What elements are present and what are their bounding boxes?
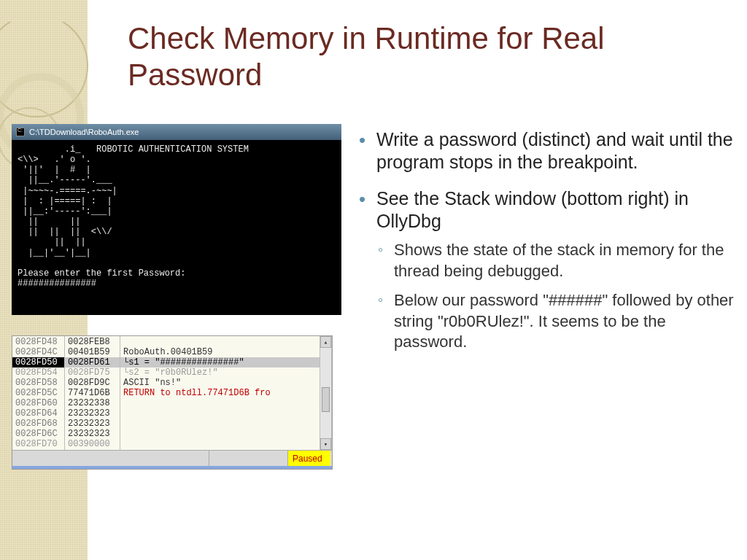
bullet-text: See the Stack window (bottom right) in O… <box>376 188 689 231</box>
bullet-text: Shows the state of the stack in memory f… <box>394 241 724 280</box>
stack-value: 23232323 <box>65 419 120 429</box>
scrollbar[interactable]: ▴ ▾ <box>320 336 331 450</box>
console-art: .i_ ROBOTIC AUTHENTICATION SYSTEM <\\> .… <box>18 144 249 289</box>
slide: Check Memory in Runtime for Real Passwor… <box>0 0 747 560</box>
stack-description <box>120 439 331 449</box>
stack-address: 0028FD50 <box>12 357 64 368</box>
stack-description <box>120 408 331 419</box>
stack-value: 23232338 <box>65 398 120 408</box>
cmd-icon <box>16 128 25 136</box>
stack-address: 0028FD4C <box>12 347 64 357</box>
bullet-text: Below our password "######" followed by … <box>394 291 734 351</box>
bullet-item: Write a password (distinct) and wait unt… <box>356 128 735 174</box>
stack-address: 0028FD70 <box>12 439 64 449</box>
stack-value: 23232323 <box>65 429 120 439</box>
stack-address: 0028FD5C <box>12 388 64 398</box>
stack-description: ASCII "ns!" <box>120 378 331 388</box>
stack-value: 0028FD75 <box>65 368 120 378</box>
stack-value: 77471D6B <box>65 388 120 398</box>
stack-value: 0028FD9C <box>65 378 120 388</box>
stack-col-value: 0028FEB800401B590028FD610028FD750028FD9C… <box>65 336 120 450</box>
stack-address: 0028FD68 <box>12 419 64 429</box>
console-window: C:\TDDownload\RoboAuth.exe .i_ ROBOTIC A… <box>12 124 341 315</box>
status-paused: Paused <box>288 451 330 466</box>
stack-description: └s2 = "r0b0RUlez!" <box>120 368 331 378</box>
console-body: .i_ ROBOTIC AUTHENTICATION SYSTEM <\\> .… <box>12 140 341 315</box>
stack-value: 0028FD61 <box>65 357 120 368</box>
stack-address: 0028FD64 <box>12 408 64 419</box>
stack-address: 0028FD60 <box>12 398 64 408</box>
status-cell <box>12 451 209 466</box>
slide-title: Check Memory in Runtime for Real Passwor… <box>128 20 726 93</box>
stack-description <box>120 419 331 429</box>
ollydbg-stack-window: 0028FD480028FD4C0028FD500028FD540028FD58… <box>12 335 333 470</box>
stack-description <box>120 398 331 408</box>
scroll-up-icon[interactable]: ▴ <box>320 336 331 348</box>
console-path: C:\TDDownload\RoboAuth.exe <box>29 128 139 136</box>
stack-address: 0028FD6C <box>12 429 64 439</box>
stack-address: 0028FD54 <box>12 368 64 378</box>
stack-description: RETURN to ntdll.77471D6B fro <box>120 388 331 398</box>
stack-body: 0028FD480028FD4C0028FD500028FD540028FD58… <box>12 336 332 450</box>
status-bar: Paused <box>12 450 332 466</box>
stack-value: 0028FEB8 <box>65 337 120 347</box>
status-cell <box>209 451 288 466</box>
stack-description <box>120 429 331 439</box>
stack-value: 00390000 <box>65 439 120 449</box>
bullet-item: See the Stack window (bottom right) in O… <box>356 187 735 353</box>
stack-address: 0028FD58 <box>12 378 64 388</box>
console-titlebar: C:\TDDownload\RoboAuth.exe <box>12 124 341 140</box>
stack-col-address: 0028FD480028FD4C0028FD500028FD540028FD58… <box>12 336 65 450</box>
sub-bullet-item: Below our password "######" followed by … <box>376 290 735 353</box>
stack-address: 0028FD48 <box>12 337 64 347</box>
stack-description: └s1 = "###############" <box>120 357 331 368</box>
scroll-down-icon[interactable]: ▾ <box>320 438 331 450</box>
stack-value: 00401B59 <box>65 347 120 357</box>
sub-bullet-item: Shows the state of the stack in memory f… <box>376 240 735 281</box>
stack-description <box>120 337 331 347</box>
stack-description: RoboAuth.00401B59 <box>120 347 331 357</box>
stack-value: 23232323 <box>65 408 120 419</box>
bullet-text: Write a password (distinct) and wait unt… <box>376 129 733 172</box>
window-border-bottom <box>12 466 332 469</box>
scroll-thumb[interactable] <box>322 387 330 412</box>
stack-col-description: RoboAuth.00401B59└s1 = "###############"… <box>120 336 332 450</box>
bullet-list: Write a password (distinct) and wait unt… <box>356 128 735 366</box>
